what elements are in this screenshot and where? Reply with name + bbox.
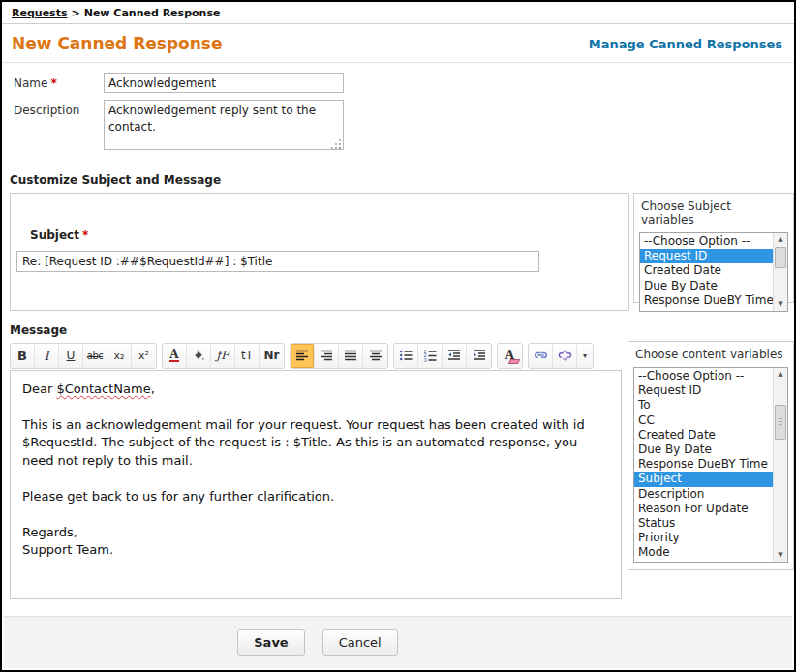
justify-icon[interactable] (339, 344, 363, 368)
breadcrumb-current: New Canned Response (84, 7, 221, 19)
new-canned-response-page: Requests>New Canned Response New Canned … (0, 0, 796, 672)
font-color-icon[interactable]: A (163, 344, 187, 368)
list-group: 123 (393, 343, 492, 369)
scroll-up-icon[interactable]: ▲ (774, 233, 787, 246)
name-label: Name* (14, 73, 104, 93)
subject-input[interactable] (16, 251, 539, 272)
list-option[interactable]: Mode (634, 545, 773, 560)
list-option[interactable]: Status (634, 516, 773, 531)
breadcrumb: Requests>New Canned Response (2, 2, 794, 24)
list-option[interactable]: Created Date (640, 263, 773, 278)
breadcrumb-separator: > (71, 7, 79, 19)
list-option[interactable]: Response DueBY Time (640, 293, 773, 308)
footer-action-bar: Save Cancel (4, 616, 792, 668)
list-option[interactable]: Response DueBY Time (634, 457, 773, 472)
message-editor[interactable]: Dear $ContactName, This is an acknowledg… (10, 370, 622, 599)
fill-color-icon[interactable] (187, 344, 211, 368)
subject-label: Subject* (30, 229, 628, 242)
content-variables-panel: Choose content variables --Choose Option… (628, 341, 794, 570)
contact-name-variable: $ContactName (56, 382, 150, 396)
list-option[interactable]: Request ID (634, 383, 773, 398)
scroll-down-icon[interactable]: ▼ (774, 549, 787, 562)
description-label: Description (14, 100, 104, 154)
italic-icon[interactable]: I (35, 344, 59, 368)
page-header: New Canned Response Manage Canned Respon… (2, 24, 794, 63)
name-input[interactable] (104, 73, 344, 93)
manage-canned-responses-link[interactable]: Manage Canned Responses (589, 37, 782, 51)
normal-style-icon[interactable]: Nr (260, 344, 284, 368)
strikethrough-icon[interactable]: abc (83, 344, 107, 368)
greeting-line: Dear $ContactName, (22, 381, 609, 398)
list-option[interactable]: --Choose Option -- (640, 234, 773, 249)
customize-section-header: Customize Subject and Message (10, 173, 794, 187)
subject-variables-options: --Choose Option -- Request ID Created Da… (640, 233, 773, 308)
svg-text:3: 3 (423, 357, 426, 362)
align-right-icon[interactable] (315, 344, 339, 368)
numbered-list-icon[interactable]: 123 (418, 344, 443, 368)
list-option[interactable]: Priority (634, 531, 773, 545)
content-list-scrollbar[interactable]: ▲ ▼ (773, 368, 787, 562)
thumb-grip-icon (779, 418, 782, 425)
indent-icon[interactable] (467, 344, 491, 368)
link-group: ▾ (528, 343, 594, 369)
align-group (290, 343, 388, 369)
subject-row: Subject* Choose Subject variables --Choo… (10, 193, 794, 311)
font-size-icon[interactable]: tT (235, 344, 260, 368)
list-option[interactable]: Created Date (634, 428, 773, 443)
subject-box: Subject* (10, 193, 629, 311)
more-options-icon[interactable]: ▾ (577, 344, 593, 368)
outdent-icon[interactable] (443, 344, 467, 368)
page-title: New Canned Response (12, 34, 223, 53)
scrollbar-thumb[interactable] (775, 247, 786, 268)
editor-toolbar: B I U abc x₂ x² A ƒF tT Nr (10, 341, 622, 370)
list-option[interactable]: Due By Date (640, 279, 773, 293)
required-asterisk: * (82, 229, 88, 242)
description-field-wrap: Acknowledgement reply sent to the contac… (104, 100, 344, 154)
content-variables-listbox[interactable]: --Choose Option -- Request ID To CC Crea… (633, 367, 788, 563)
message-row: B I U abc x₂ x² A ƒF tT Nr (10, 341, 794, 599)
font-family-icon[interactable]: ƒF (211, 344, 235, 368)
save-button[interactable]: Save (237, 629, 304, 656)
scrollbar-thumb[interactable] (775, 405, 786, 440)
required-asterisk: * (50, 76, 56, 90)
description-row: Description Acknowledgement reply sent t… (14, 100, 794, 154)
subject-list-scrollbar[interactable]: ▲ ▼ (773, 233, 787, 311)
list-option[interactable]: Due By Date (634, 443, 773, 457)
subject-variables-title: Choose Subject variables (634, 194, 793, 230)
list-option-selected[interactable]: Request ID (640, 249, 773, 263)
remove-format-icon[interactable]: A (498, 344, 522, 368)
scroll-down-icon[interactable]: ▼ (774, 298, 787, 311)
align-center-icon[interactable] (363, 344, 387, 368)
resize-grip-icon[interactable] (332, 140, 341, 149)
content-variables-options: --Choose Option -- Request ID To CC Crea… (634, 368, 773, 561)
description-textarea[interactable]: Acknowledgement reply sent to the contac… (104, 100, 344, 150)
breadcrumb-requests-link[interactable]: Requests (12, 7, 67, 19)
text-style-group: B I U abc x₂ x² (10, 343, 157, 369)
superscript-icon[interactable]: x² (132, 344, 156, 368)
insert-link-icon[interactable] (529, 344, 553, 368)
subscript-icon[interactable]: x₂ (107, 344, 132, 368)
list-option[interactable]: --Choose Option -- (634, 369, 773, 383)
list-option-selected[interactable]: Subject (634, 472, 773, 486)
name-row: Name* (14, 73, 794, 93)
format-group: A (497, 343, 523, 369)
list-option[interactable]: CC (634, 413, 773, 428)
scroll-up-icon[interactable]: ▲ (774, 368, 787, 381)
message-label: Message (10, 323, 794, 337)
list-option[interactable]: To (634, 398, 773, 412)
cancel-button[interactable]: Cancel (322, 629, 398, 656)
font-group: A ƒF tT Nr (162, 343, 285, 369)
subject-variables-listbox[interactable]: --Choose Option -- Request ID Created Da… (639, 232, 788, 312)
subject-variables-panel: Choose Subject variables --Choose Option… (633, 193, 794, 303)
align-left-icon[interactable] (291, 344, 315, 368)
unlink-icon[interactable] (553, 344, 577, 368)
button-wrap: Save Cancel (4, 617, 631, 656)
underline-icon[interactable]: U (59, 344, 83, 368)
bullet-list-icon[interactable] (394, 344, 418, 368)
list-option[interactable]: Description (634, 487, 773, 502)
bold-icon[interactable]: B (11, 344, 35, 368)
list-option[interactable]: Reason For Update (634, 502, 773, 516)
content-variables-title: Choose content variables (628, 342, 793, 365)
message-body: This is an acknowledgement mail for your… (22, 398, 609, 559)
message-editor-column: B I U abc x₂ x² A ƒF tT Nr (10, 341, 622, 599)
